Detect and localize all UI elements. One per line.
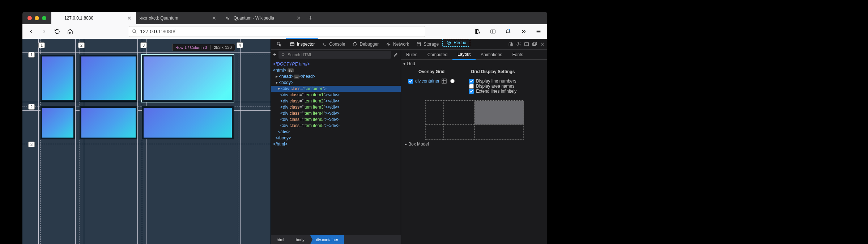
grid-section-header[interactable]: ▾ Grid <box>401 60 547 68</box>
notifications-button[interactable] <box>503 26 513 37</box>
window-minimize-button[interactable] <box>35 16 39 20</box>
search-icon <box>281 53 285 57</box>
grid-item <box>41 106 75 139</box>
grid-icon <box>442 79 447 84</box>
devtools-tab-debugger[interactable]: Debugger <box>349 39 382 50</box>
side-tab-fonts[interactable]: Fonts <box>507 50 528 60</box>
devtools-settings-button[interactable] <box>516 42 521 47</box>
dom-node[interactable]: ▾ <div class="container"> <box>271 86 401 92</box>
browser-tab[interactable]: xkcdxkcd: Quantum✕ <box>136 12 221 24</box>
window-close-button[interactable] <box>27 16 32 20</box>
tab-close-button[interactable]: ✕ <box>212 15 216 21</box>
dom-node[interactable]: <!DOCTYPE html> <box>271 61 401 67</box>
devtools-tabbar: InspectorConsoleDebuggerNetworkStorageRe… <box>271 39 547 50</box>
side-panel: RulesComputedLayoutAnimationsFonts ▾ Gri… <box>401 50 547 244</box>
dom-node[interactable]: ▸ <head>…</head> <box>271 73 401 80</box>
devtools-tab-storage[interactable]: Storage <box>413 39 442 50</box>
page-viewport: 1 2 3 4 1 2 3 Row 1 / Column 3253 × 130 <box>22 39 271 244</box>
grid-setting-checkbox[interactable]: Extend lines infinitely <box>469 89 516 94</box>
dock-side-button[interactable] <box>524 42 529 47</box>
devtools-close-button[interactable] <box>540 42 545 47</box>
grid-outline-preview[interactable] <box>425 100 523 139</box>
url-text: 127.0.0.1:8080/ <box>140 29 175 34</box>
dom-node[interactable]: </html> <box>271 141 401 147</box>
grid-item <box>142 106 234 139</box>
tab-title: 127.0.0.1:8080 <box>64 16 93 21</box>
dom-node[interactable]: <div class="item item3"></div> <box>271 104 401 110</box>
dom-node[interactable]: </div> <box>271 129 401 135</box>
grid-row-label: 3 <box>28 142 35 147</box>
html-search-input[interactable]: Search HTML <box>278 51 391 59</box>
svg-point-0 <box>133 30 136 33</box>
grid-setting-checkbox[interactable]: Display line numbers <box>469 79 516 84</box>
side-tab-computed[interactable]: Computed <box>422 50 452 60</box>
navigation-toolbar: 127.0.0.1:8080/ <box>22 24 547 39</box>
svg-point-7 <box>417 42 420 43</box>
dom-node[interactable]: <div class="item item5"></div> <box>271 123 401 129</box>
side-tab-rules[interactable]: Rules <box>401 50 422 60</box>
back-button[interactable] <box>26 26 36 37</box>
tab-close-button[interactable]: ✕ <box>297 15 301 21</box>
devtools-tab-redux[interactable]: Redux <box>442 39 470 47</box>
svg-point-8 <box>447 41 450 44</box>
overlay-grid-item[interactable]: div.container <box>408 79 455 84</box>
dom-node[interactable]: </body> <box>271 135 401 141</box>
breadcrumb-item[interactable]: html <box>271 235 290 244</box>
svg-rect-15 <box>534 42 537 45</box>
devtools-panel: InspectorConsoleDebuggerNetworkStorageRe… <box>271 39 547 244</box>
breadcrumb-item[interactable]: body <box>290 235 310 244</box>
svg-point-16 <box>282 53 284 55</box>
color-swatch[interactable] <box>450 79 455 83</box>
favicon-icon <box>56 15 61 21</box>
devtools-tab-console[interactable]: Console <box>318 39 349 50</box>
forward-button[interactable] <box>39 26 49 37</box>
home-button[interactable] <box>65 26 75 37</box>
devtools-tab-network[interactable]: Network <box>382 39 413 50</box>
breadcrumb-item[interactable]: div.container <box>310 235 344 244</box>
browser-tab[interactable]: 127.0.0.1:8080✕ <box>51 12 136 24</box>
grid-setting-checkbox[interactable]: Display area names <box>469 84 516 89</box>
tab-title: xkcd: Quantum <box>149 16 178 21</box>
overlay-grid-checkbox[interactable] <box>408 79 413 84</box>
side-tab-animations[interactable]: Animations <box>476 50 507 60</box>
svg-rect-10 <box>509 42 511 46</box>
pick-element-button[interactable] <box>273 39 285 50</box>
box-model-section[interactable]: ▸ Box Model <box>401 139 547 149</box>
grid-settings-title: Grid Display Settings <box>469 69 516 74</box>
window-maximize-button[interactable] <box>42 16 46 20</box>
dom-node[interactable]: <div class="item item4"></div> <box>271 110 401 117</box>
grid-col-label: 4 <box>237 42 243 48</box>
dom-node[interactable]: <div class="item item2"></div> <box>271 98 401 104</box>
dom-tree[interactable]: <!DOCTYPE html><html> ev ▸ <head>…</head… <box>271 60 401 235</box>
side-tab-layout[interactable]: Layout <box>452 50 476 60</box>
tab-title: Quantum - Wikipedia <box>234 16 274 21</box>
responsive-mode-button[interactable] <box>508 42 513 47</box>
dock-window-button[interactable] <box>532 42 537 47</box>
library-button[interactable] <box>473 26 483 37</box>
browser-tab[interactable]: WQuantum - Wikipedia✕ <box>221 12 305 24</box>
tab-close-button[interactable]: ✕ <box>127 15 132 21</box>
dom-node[interactable]: ▾ <body> <box>271 80 401 86</box>
grid-row-label: 1 <box>28 52 35 58</box>
grid-item <box>41 55 75 102</box>
grid-tooltip: Row 1 / Column 3253 × 130 <box>172 44 235 51</box>
dom-node[interactable]: <div class="item item5"></div> <box>271 117 401 123</box>
menu-button[interactable] <box>533 26 544 37</box>
new-tab-button[interactable]: + <box>305 14 316 22</box>
window-controls <box>22 16 51 20</box>
reload-button[interactable] <box>52 26 62 37</box>
eyedropper-button[interactable] <box>393 52 399 57</box>
overflow-button[interactable] <box>518 26 528 37</box>
search-placeholder: Search HTML <box>288 52 312 57</box>
add-node-button[interactable]: + <box>273 51 276 58</box>
svg-rect-17 <box>442 79 446 83</box>
sidebar-button[interactable] <box>488 26 498 37</box>
svg-point-9 <box>448 42 450 43</box>
url-bar[interactable]: 127.0.0.1:8080/ <box>129 26 425 37</box>
svg-rect-2 <box>477 30 478 34</box>
svg-point-4 <box>509 29 510 30</box>
content-area: 1 2 3 4 1 2 3 Row 1 / Column 3253 × 130 <box>22 39 547 244</box>
devtools-tab-inspector[interactable]: Inspector <box>286 38 318 49</box>
dom-node[interactable]: <html> ev <box>271 67 401 73</box>
dom-node[interactable]: <div class="item item1"></div> <box>271 92 401 98</box>
